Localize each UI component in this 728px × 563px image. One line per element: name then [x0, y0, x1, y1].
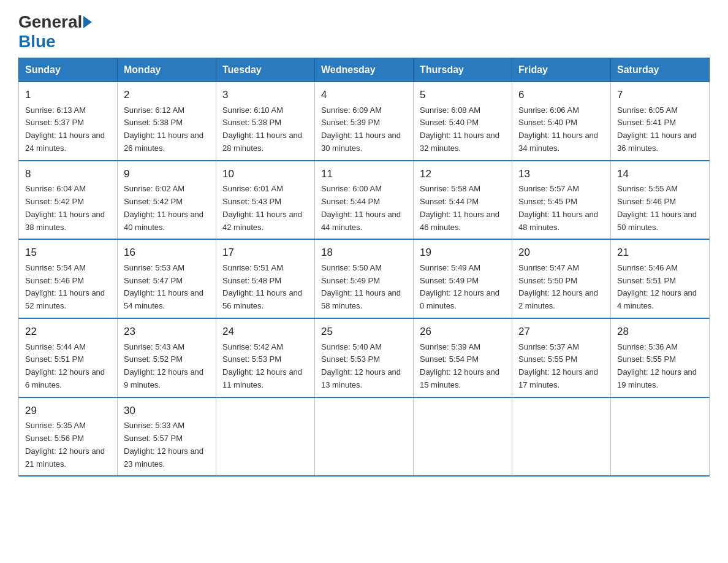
day-info: Sunrise: 6:10 AMSunset: 5:38 PMDaylight:… [222, 104, 308, 155]
calendar-week-row: 22Sunrise: 5:44 AMSunset: 5:51 PMDayligh… [19, 318, 710, 397]
calendar-cell [216, 397, 315, 477]
day-info: Sunrise: 6:08 AMSunset: 5:40 PMDaylight:… [420, 104, 506, 155]
day-info: Sunrise: 5:46 AMSunset: 5:51 PMDaylight:… [617, 262, 703, 313]
calendar-cell: 6Sunrise: 6:06 AMSunset: 5:40 PMDaylight… [512, 82, 611, 161]
day-number: 10 [222, 166, 308, 182]
calendar-header-sunday: Sunday [19, 58, 118, 82]
day-number: 13 [518, 166, 604, 182]
calendar-cell: 18Sunrise: 5:50 AMSunset: 5:49 PMDayligh… [315, 239, 414, 318]
day-info: Sunrise: 5:44 AMSunset: 5:51 PMDaylight:… [25, 341, 111, 392]
day-number: 26 [420, 324, 506, 340]
calendar-cell: 1Sunrise: 6:13 AMSunset: 5:37 PMDaylight… [19, 82, 118, 161]
day-info: Sunrise: 6:04 AMSunset: 5:42 PMDaylight:… [25, 183, 111, 234]
day-number: 3 [222, 87, 308, 103]
day-info: Sunrise: 5:36 AMSunset: 5:55 PMDaylight:… [617, 341, 703, 392]
calendar-cell: 3Sunrise: 6:10 AMSunset: 5:38 PMDaylight… [216, 82, 315, 161]
day-info: Sunrise: 6:09 AMSunset: 5:39 PMDaylight:… [321, 104, 407, 155]
day-info: Sunrise: 6:05 AMSunset: 5:41 PMDaylight:… [617, 104, 703, 155]
calendar-cell: 15Sunrise: 5:54 AMSunset: 5:46 PMDayligh… [19, 239, 118, 318]
calendar-header-row: SundayMondayTuesdayWednesdayThursdayFrid… [19, 58, 710, 82]
calendar-cell: 20Sunrise: 5:47 AMSunset: 5:50 PMDayligh… [512, 239, 611, 318]
calendar-cell: 13Sunrise: 5:57 AMSunset: 5:45 PMDayligh… [512, 161, 611, 240]
calendar-cell: 23Sunrise: 5:43 AMSunset: 5:52 PMDayligh… [118, 318, 216, 397]
day-info: Sunrise: 6:13 AMSunset: 5:37 PMDaylight:… [25, 104, 111, 155]
calendar-cell: 25Sunrise: 5:40 AMSunset: 5:53 PMDayligh… [315, 318, 414, 397]
day-number: 23 [124, 324, 210, 340]
day-info: Sunrise: 5:50 AMSunset: 5:49 PMDaylight:… [321, 262, 407, 313]
day-number: 28 [617, 324, 703, 340]
calendar-cell: 29Sunrise: 5:35 AMSunset: 5:56 PMDayligh… [19, 397, 118, 477]
calendar-cell: 8Sunrise: 6:04 AMSunset: 5:42 PMDaylight… [19, 161, 118, 240]
day-number: 27 [518, 324, 604, 340]
day-number: 16 [124, 245, 210, 261]
day-info: Sunrise: 5:54 AMSunset: 5:46 PMDaylight:… [25, 262, 111, 313]
day-number: 25 [321, 324, 407, 340]
calendar-week-row: 15Sunrise: 5:54 AMSunset: 5:46 PMDayligh… [19, 239, 710, 318]
calendar-cell: 21Sunrise: 5:46 AMSunset: 5:51 PMDayligh… [611, 239, 710, 318]
logo-blue: Blue [18, 32, 56, 51]
calendar-cell: 5Sunrise: 6:08 AMSunset: 5:40 PMDaylight… [414, 82, 512, 161]
day-info: Sunrise: 5:55 AMSunset: 5:46 PMDaylight:… [617, 183, 703, 234]
calendar-cell: 9Sunrise: 6:02 AMSunset: 5:42 PMDaylight… [118, 161, 216, 240]
day-info: Sunrise: 6:00 AMSunset: 5:44 PMDaylight:… [321, 183, 407, 234]
day-info: Sunrise: 5:53 AMSunset: 5:47 PMDaylight:… [124, 262, 210, 313]
calendar-week-row: 8Sunrise: 6:04 AMSunset: 5:42 PMDaylight… [19, 161, 710, 240]
page-header: General Blue [18, 12, 710, 52]
day-number: 5 [420, 87, 506, 103]
day-number: 2 [124, 87, 210, 103]
day-number: 1 [25, 87, 111, 103]
calendar-cell: 4Sunrise: 6:09 AMSunset: 5:39 PMDaylight… [315, 82, 414, 161]
day-number: 4 [321, 87, 407, 103]
calendar-table: SundayMondayTuesdayWednesdayThursdayFrid… [18, 58, 710, 477]
calendar-cell: 19Sunrise: 5:49 AMSunset: 5:49 PMDayligh… [414, 239, 512, 318]
day-info: Sunrise: 5:43 AMSunset: 5:52 PMDaylight:… [124, 341, 210, 392]
day-number: 11 [321, 166, 407, 182]
day-info: Sunrise: 5:39 AMSunset: 5:54 PMDaylight:… [420, 341, 506, 392]
calendar-cell: 27Sunrise: 5:37 AMSunset: 5:55 PMDayligh… [512, 318, 611, 397]
calendar-cell: 11Sunrise: 6:00 AMSunset: 5:44 PMDayligh… [315, 161, 414, 240]
day-info: Sunrise: 5:51 AMSunset: 5:48 PMDaylight:… [222, 262, 308, 313]
day-number: 7 [617, 87, 703, 103]
logo: General Blue [18, 12, 93, 52]
day-number: 19 [420, 245, 506, 261]
calendar-cell: 24Sunrise: 5:42 AMSunset: 5:53 PMDayligh… [216, 318, 315, 397]
day-number: 8 [25, 166, 111, 182]
day-number: 6 [518, 87, 604, 103]
day-info: Sunrise: 5:33 AMSunset: 5:57 PMDaylight:… [124, 419, 210, 470]
day-number: 9 [124, 166, 210, 182]
day-number: 20 [518, 245, 604, 261]
day-info: Sunrise: 6:02 AMSunset: 5:42 PMDaylight:… [124, 183, 210, 234]
calendar-week-row: 29Sunrise: 5:35 AMSunset: 5:56 PMDayligh… [19, 397, 710, 477]
day-info: Sunrise: 6:06 AMSunset: 5:40 PMDaylight:… [518, 104, 604, 155]
calendar-header-thursday: Thursday [414, 58, 512, 82]
calendar-cell: 10Sunrise: 6:01 AMSunset: 5:43 PMDayligh… [216, 161, 315, 240]
calendar-cell [414, 397, 512, 477]
day-info: Sunrise: 5:49 AMSunset: 5:49 PMDaylight:… [420, 262, 506, 313]
day-info: Sunrise: 5:35 AMSunset: 5:56 PMDaylight:… [25, 419, 111, 470]
calendar-cell [611, 397, 710, 477]
day-number: 30 [124, 403, 210, 419]
calendar-cell: 14Sunrise: 5:55 AMSunset: 5:46 PMDayligh… [611, 161, 710, 240]
day-number: 12 [420, 166, 506, 182]
day-info: Sunrise: 5:58 AMSunset: 5:44 PMDaylight:… [420, 183, 506, 234]
logo-general: General [18, 12, 82, 32]
day-number: 14 [617, 166, 703, 182]
calendar-header-wednesday: Wednesday [315, 58, 414, 82]
calendar-cell: 16Sunrise: 5:53 AMSunset: 5:47 PMDayligh… [118, 239, 216, 318]
calendar-cell [315, 397, 414, 477]
day-info: Sunrise: 5:40 AMSunset: 5:53 PMDaylight:… [321, 341, 407, 392]
day-number: 22 [25, 324, 111, 340]
calendar-cell: 2Sunrise: 6:12 AMSunset: 5:38 PMDaylight… [118, 82, 216, 161]
day-number: 29 [25, 403, 111, 419]
day-info: Sunrise: 5:57 AMSunset: 5:45 PMDaylight:… [518, 183, 604, 234]
day-number: 24 [222, 324, 308, 340]
calendar-header-friday: Friday [512, 58, 611, 82]
day-number: 21 [617, 245, 703, 261]
day-number: 17 [222, 245, 308, 261]
day-info: Sunrise: 6:01 AMSunset: 5:43 PMDaylight:… [222, 183, 308, 234]
calendar-header-monday: Monday [118, 58, 216, 82]
calendar-cell [512, 397, 611, 477]
calendar-cell: 26Sunrise: 5:39 AMSunset: 5:54 PMDayligh… [414, 318, 512, 397]
day-info: Sunrise: 6:12 AMSunset: 5:38 PMDaylight:… [124, 104, 210, 155]
calendar-header-saturday: Saturday [611, 58, 710, 82]
